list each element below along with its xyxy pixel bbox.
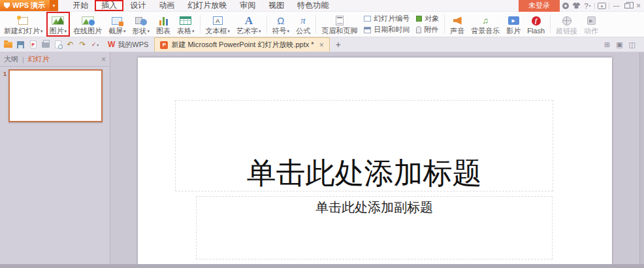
menu-insert[interactable]: 插入 <box>95 0 123 11</box>
shapes-icon <box>135 15 147 26</box>
titlebar-right: 未登录 ? — × <box>519 0 644 11</box>
tabbar-tool-icon-2[interactable]: ▣ <box>616 41 622 49</box>
table-button[interactable]: 表格 <box>174 12 198 37</box>
button-label: 在线图片 <box>73 27 102 35</box>
menu-home[interactable]: 开始 <box>66 0 95 11</box>
picture-button[interactable]: 图片 <box>46 12 71 37</box>
menu-review[interactable]: 审阅 <box>233 0 262 11</box>
divider <box>315 15 316 33</box>
divider <box>444 15 445 33</box>
button-label: 公式 <box>296 27 310 35</box>
slide-thumbnail-number: 1 <box>3 71 7 77</box>
slides-panel-header: 大纲 | 幻灯片 × <box>0 52 110 67</box>
textbox-button[interactable]: A 文本框 <box>202 12 234 37</box>
button-label: 超链接 <box>556 27 577 35</box>
undo-button[interactable]: ↶ <box>65 39 76 50</box>
button-label: Flash <box>527 27 545 35</box>
button-label: 动作 <box>584 27 598 35</box>
table-icon <box>180 15 191 26</box>
folder-icon <box>4 42 12 48</box>
active-document-tab[interactable]: 新建 Microsoft PowerPoint 幻灯片放映.pptx * × <box>154 37 329 52</box>
outline-tab[interactable]: 大纲 <box>4 54 18 64</box>
header-footer-button[interactable]: 页眉和页脚 <box>318 12 361 37</box>
button-label: 截屏 <box>108 27 126 35</box>
button-label: 对象 <box>425 14 439 24</box>
wps-w-icon: W <box>108 40 115 49</box>
tabbar-tool-icon-1[interactable]: ⊞ <box>604 41 610 49</box>
chart-button[interactable]: 图表 <box>153 12 174 37</box>
collapse-ribbon-icon[interactable] <box>596 0 607 12</box>
slide-number-button[interactable]: 幻灯片编号 <box>364 14 410 24</box>
menu-special-features[interactable]: 特色功能 <box>291 0 335 11</box>
workspace: 大纲 | 幻灯片 × 1 单击此处添加标题 单击此处添加副标题 <box>0 52 644 268</box>
status-bar-edge <box>0 264 644 268</box>
screenshot-button[interactable]: 截屏 <box>105 12 129 37</box>
my-wps-tab[interactable]: W 我的WPS <box>102 37 154 52</box>
title-placeholder[interactable]: 单击此处添加标题 <box>175 100 553 192</box>
titlebar: WPS 演示 开始 插入 设计 动画 幻灯片放映 审阅 视图 特色功能 未登录 … <box>0 0 644 12</box>
export-pdf-button[interactable] <box>27 39 39 50</box>
print-preview-button[interactable] <box>52 39 63 50</box>
button-label: 图表 <box>156 27 170 35</box>
picture-icon <box>52 15 64 26</box>
sound-button[interactable]: 声音 <box>447 12 468 37</box>
subtitle-placeholder[interactable]: 单击此处添加副标题 <box>196 196 553 260</box>
wordart-button[interactable]: A 艺术字 <box>233 12 265 37</box>
formula-button[interactable]: π 公式 <box>293 12 314 37</box>
vertical-scrollbar[interactable] <box>639 52 644 264</box>
movie-button[interactable]: 影片 <box>503 12 524 37</box>
button-label: 符号 <box>272 27 290 35</box>
open-file-button[interactable] <box>3 39 14 50</box>
online-picture-button[interactable]: 在线图片 <box>70 12 105 37</box>
date-time-button[interactable]: 日期和时间 <box>364 25 410 35</box>
restore-button[interactable] <box>622 0 633 12</box>
panel-close-icon[interactable]: × <box>101 55 106 64</box>
customize-toolbar-button[interactable]: ✓ <box>89 39 101 50</box>
save-button[interactable] <box>15 39 26 50</box>
shapes-button[interactable]: 形状 <box>129 12 153 37</box>
logo-caret-icon[interactable] <box>50 0 58 11</box>
login-button[interactable]: 未登录 <box>519 0 560 12</box>
document-tab-bar: ↶ ↷ ✓ W 我的WPS 新建 Microsoft PowerPoint 幻灯… <box>0 37 644 52</box>
slides-panel: 大纲 | 幻灯片 × 1 <box>0 52 110 268</box>
help-icon[interactable]: ? <box>582 0 593 12</box>
tab-close-icon[interactable]: × <box>319 41 324 50</box>
menu-slideshow[interactable]: 幻灯片放映 <box>181 0 233 11</box>
document-tab-title: 新建 Microsoft PowerPoint 幻灯片放映.pptx * <box>171 40 314 50</box>
minimize-button[interactable]: — <box>611 0 622 12</box>
textbox-icon: A <box>213 15 223 26</box>
slides-tab[interactable]: 幻灯片 <box>28 54 50 64</box>
slide-thumbnail[interactable] <box>8 69 103 122</box>
button-label: 艺术字 <box>236 27 261 35</box>
speaker-icon <box>453 15 462 26</box>
date-time-icon <box>364 27 371 33</box>
wordart-icon: A <box>245 15 253 26</box>
title-placeholder-text: 单击此处添加标题 <box>247 156 482 191</box>
menu-animation[interactable]: 动画 <box>152 0 181 11</box>
slide-canvas: 单击此处添加标题 单击此处添加副标题 <box>111 52 644 268</box>
skin-shirt-icon[interactable] <box>571 0 582 12</box>
symbol-button[interactable]: Ω 符号 <box>269 12 293 37</box>
background-music-button[interactable]: ♫ 背景音乐 <box>468 12 503 37</box>
theme-circle-icon[interactable] <box>560 0 571 12</box>
slide-editor[interactable]: 单击此处添加标题 单击此处添加副标题 <box>138 58 612 264</box>
ppt-file-icon <box>160 41 168 49</box>
wps-logo[interactable]: WPS 演示 <box>0 0 50 11</box>
object-icon <box>416 16 422 22</box>
save-icon <box>17 41 24 48</box>
slide-number-icon <box>364 16 371 22</box>
attachment-button[interactable]: 附件 <box>416 25 439 35</box>
close-button[interactable]: × <box>633 0 644 12</box>
action-button: 动作 <box>581 12 602 37</box>
divider <box>200 15 201 33</box>
tabbar-tool-icon-3[interactable]: ◫ <box>629 41 636 49</box>
menu-view[interactable]: 视图 <box>262 0 291 11</box>
flash-button[interactable]: Flash <box>524 12 548 37</box>
new-tab-button[interactable]: + <box>336 39 341 50</box>
menu-design[interactable]: 设计 <box>123 0 152 11</box>
object-button[interactable]: 对象 <box>416 14 439 24</box>
redo-button[interactable]: ↷ <box>77 39 88 50</box>
divider <box>266 15 267 33</box>
print-button[interactable] <box>40 39 51 50</box>
new-slide-button[interactable]: 新建幻灯片 <box>1 12 46 37</box>
